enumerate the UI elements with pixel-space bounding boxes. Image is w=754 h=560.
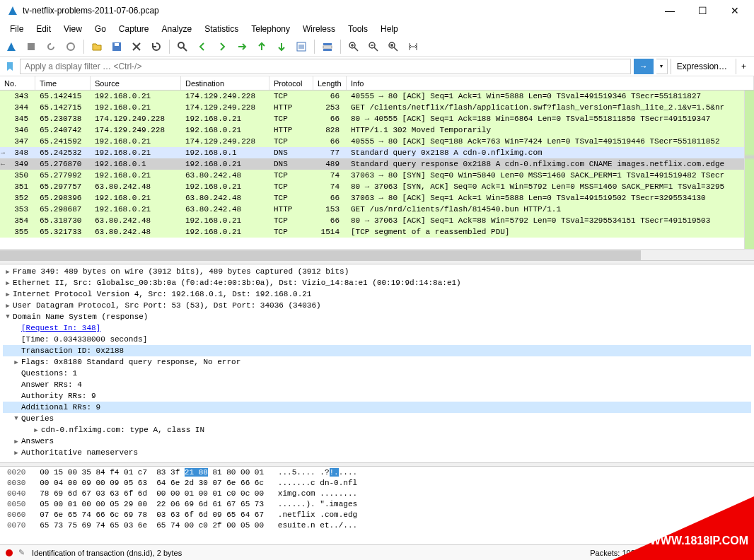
packet-row[interactable]: →34865.242532192.168.0.21192.168.0.1DNS7… [0, 147, 754, 158]
queries-line[interactable]: Queries [21, 414, 54, 423]
restart-icon[interactable] [42, 38, 59, 55]
menubar: File Edit View Go Capture Analyze Statis… [0, 21, 754, 37]
collapse-icon[interactable]: ▼ [11, 415, 21, 422]
dns-line[interactable]: Domain Name System (response) [13, 313, 148, 321]
flags-line[interactable]: Flags: 0x8180 Standard query response, N… [21, 358, 240, 366]
shark-fin-icon [7, 5, 18, 16]
auth-ns-line[interactable]: Authoritative nameservers [21, 448, 138, 457]
hex-line[interactable]: 0020 00 15 00 35 84 f4 01 c7 83 3f 21 88… [7, 468, 747, 479]
colorize-icon[interactable] [319, 38, 336, 55]
packet-list-hscroll[interactable] [0, 249, 754, 260]
packet-row[interactable]: 35465.31873063.80.242.48192.168.0.21TCP6… [0, 215, 754, 226]
ethernet-line[interactable]: Ethernet II, Src: Globalsc_00:3b:0a (f0:… [13, 279, 461, 287]
menu-go[interactable]: Go [89, 23, 112, 35]
packet-row[interactable]: 34565.230738174.129.249.228192.168.0.21T… [0, 113, 754, 124]
packet-row[interactable]: 35565.32173363.80.242.48192.168.0.21TCP1… [0, 226, 754, 238]
packet-row[interactable]: 35165.29775763.80.242.48192.168.0.21TCP7… [0, 181, 754, 192]
stop-icon[interactable] [23, 38, 40, 55]
frame-line[interactable]: Frame 349: 489 bytes on wire (3912 bits)… [13, 267, 349, 276]
bookmark-icon[interactable] [3, 59, 17, 74]
questions-line: Questions: 1 [21, 369, 77, 378]
packet-row[interactable]: 35265.298396192.168.0.2163.80.242.48TCP6… [0, 192, 754, 204]
reload-icon[interactable] [148, 38, 165, 55]
resize-columns-icon[interactable] [405, 38, 422, 55]
packet-row[interactable]: 34465.142715192.168.0.21174.129.249.228H… [0, 102, 754, 113]
watermark-text: WWW.1818IP.COM [650, 535, 748, 547]
ip-line[interactable]: Internet Protocol Version 4, Src: 192.16… [13, 290, 311, 298]
filter-bar: → ▾ Expression… + [0, 57, 754, 76]
packet-row[interactable]: 34365.142415192.168.0.21174.129.249.228T… [0, 91, 754, 102]
menu-wireless[interactable]: Wireless [297, 23, 341, 35]
go-back-icon[interactable] [194, 38, 211, 55]
go-to-icon[interactable] [233, 38, 250, 55]
first-icon[interactable] [253, 38, 270, 55]
answers-line[interactable]: Answers [21, 437, 54, 445]
menu-telephony[interactable]: Telephony [245, 23, 296, 35]
expand-icon[interactable]: ▶ [3, 279, 13, 287]
packet-row[interactable]: ←34965.276870192.168.0.1192.168.0.21DNS4… [0, 158, 754, 170]
menu-view[interactable]: View [58, 23, 88, 35]
toolbar [0, 37, 754, 57]
col-no[interactable]: No. [0, 76, 35, 90]
transaction-id-line[interactable]: Transaction ID: 0x2188 [21, 346, 124, 355]
packet-row[interactable]: 34665.240742174.129.249.228192.168.0.21H… [0, 124, 754, 136]
options-icon[interactable] [62, 38, 79, 55]
col-source[interactable]: Source [91, 76, 181, 90]
packet-row[interactable]: 35065.277992192.168.0.2163.80.242.48TCP7… [0, 170, 754, 181]
expand-icon[interactable]: ▶ [11, 358, 21, 366]
col-info[interactable]: Info [347, 76, 754, 90]
close-file-icon[interactable] [128, 38, 145, 55]
packet-row[interactable]: 35365.298687192.168.0.2163.80.242.48HTTP… [0, 204, 754, 215]
last-icon[interactable] [273, 38, 290, 55]
find-icon[interactable] [174, 38, 191, 55]
auto-scroll-icon[interactable] [293, 38, 310, 55]
open-icon[interactable] [88, 38, 105, 55]
apply-filter-button[interactable]: → [634, 59, 654, 74]
col-protocol[interactable]: Protocol [269, 76, 313, 90]
packet-details[interactable]: ▶Frame 349: 489 bytes on wire (3912 bits… [0, 264, 754, 462]
packet-list[interactable]: 34365.142415192.168.0.21174.129.249.228T… [0, 91, 754, 249]
expand-icon[interactable]: ▶ [3, 291, 13, 298]
request-in-link[interactable]: [Request In: 348] [21, 324, 100, 332]
col-destination[interactable]: Destination [181, 76, 269, 90]
zoom-out-icon[interactable] [365, 38, 382, 55]
svg-rect-3 [115, 43, 119, 46]
col-length[interactable]: Length [313, 76, 347, 90]
hex-line[interactable]: 0030 00 04 00 09 00 09 05 63 64 6e 2d 30… [7, 479, 747, 489]
answer-rrs-line: Answer RRs: 4 [21, 380, 82, 389]
close-button[interactable]: ✕ [719, 0, 751, 21]
shark-fin-icon[interactable] [3, 38, 20, 55]
filter-history-dropdown[interactable]: ▾ [656, 59, 668, 74]
go-forward-icon[interactable] [214, 38, 231, 55]
menu-analyze[interactable]: Analyze [156, 23, 198, 35]
udp-line[interactable]: User Datagram Protocol, Src Port: 53 (53… [13, 301, 321, 310]
packet-row[interactable]: 34765.241592192.168.0.21174.129.249.228T… [0, 136, 754, 147]
expand-icon[interactable]: ▶ [11, 438, 21, 445]
display-filter-input[interactable] [20, 59, 631, 74]
expand-icon[interactable]: ▶ [3, 268, 13, 276]
expert-info-icon[interactable] [6, 549, 13, 556]
zoom-reset-icon[interactable] [385, 38, 402, 55]
zoom-in-icon[interactable] [345, 38, 362, 55]
expand-icon[interactable]: ▶ [31, 426, 41, 434]
status-left: Identification of transaction (dns.id), … [32, 549, 590, 557]
save-icon[interactable] [108, 38, 125, 55]
col-time[interactable]: Time [35, 76, 91, 90]
menu-file[interactable]: File [4, 23, 29, 35]
menu-help[interactable]: Help [375, 23, 404, 35]
query-item[interactable]: cdn-0.nflximg.com: type A, class IN [41, 426, 204, 434]
edit-icon[interactable]: ✎ [18, 548, 25, 557]
maximize-button[interactable]: ☐ [686, 0, 719, 21]
expand-icon[interactable]: ▶ [3, 302, 13, 310]
collapse-icon[interactable]: ▼ [3, 313, 13, 320]
packet-minimap[interactable] [744, 91, 754, 249]
menu-capture[interactable]: Capture [113, 23, 155, 35]
menu-tools[interactable]: Tools [342, 23, 373, 35]
menu-statistics[interactable]: Statistics [199, 23, 244, 35]
add-filter-button[interactable]: + [736, 59, 751, 74]
menu-edit[interactable]: Edit [30, 23, 57, 35]
minimize-button[interactable]: — [654, 0, 686, 21]
svg-point-4 [178, 42, 184, 48]
expression-button[interactable]: Expression… [671, 59, 733, 74]
expand-icon[interactable]: ▶ [11, 449, 21, 457]
